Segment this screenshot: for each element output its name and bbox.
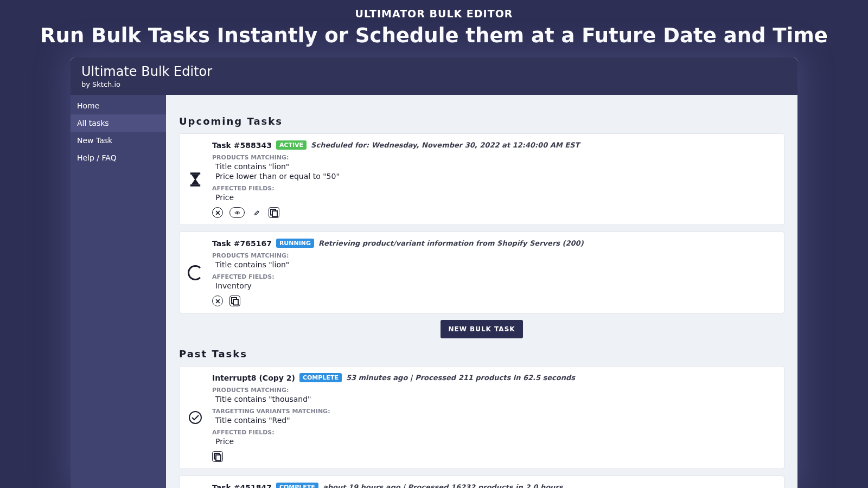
hourglass-icon: [186, 140, 205, 218]
task-status: about 19 hours ago | Processed 16232 pro…: [323, 483, 563, 488]
match-rule: Title contains "thousand": [215, 395, 775, 403]
sidebar-item-new-task[interactable]: New Task: [71, 132, 166, 149]
sidebar-item-home[interactable]: Home: [71, 97, 166, 114]
app-byline: by Sktch.io: [81, 80, 787, 88]
affected-fields-label: AFFECTED FIELDS:: [212, 185, 775, 192]
sidebar-item-all-tasks[interactable]: All tasks: [71, 114, 166, 132]
view-icon[interactable]: [229, 207, 245, 218]
task-card: Task #451847 COMPLETE about 19 hours ago…: [179, 476, 784, 488]
status-badge: COMPLETE: [299, 373, 342, 382]
promo-title: ULTIMATOR BULK EDITOR: [0, 0, 868, 22]
app-window: Ultimate Bulk Editor by Sktch.io Home Al…: [71, 57, 797, 488]
svg-point-4: [237, 212, 238, 214]
loading-icon: [186, 239, 205, 306]
status-badge: ACTIVE: [276, 140, 307, 150]
main-content: Upcoming Tasks Task #588343 ACTIVE Sched…: [166, 95, 797, 488]
products-matching-label: PRODUCTS MATCHING:: [212, 387, 775, 394]
svg-rect-13: [216, 455, 221, 461]
variant-rule: Title contains "Red": [215, 416, 775, 425]
affected-field: Inventory: [215, 281, 775, 290]
task-card: Interrupt8 (Copy 2) COMPLETE 53 minutes …: [179, 366, 784, 469]
task-status: 53 minutes ago | Processed 211 products …: [346, 374, 575, 382]
section-upcoming-title: Upcoming Tasks: [179, 115, 784, 127]
sidebar: Home All tasks New Task Help / FAQ: [71, 95, 166, 488]
task-card: Task #765167 RUNNING Retrieving product/…: [179, 232, 784, 313]
affected-fields-label: AFFECTED FIELDS:: [212, 429, 775, 436]
svg-rect-0: [190, 172, 200, 175]
svg-rect-10: [233, 299, 238, 305]
task-title: Task #451847: [212, 483, 272, 489]
cancel-icon[interactable]: [212, 207, 223, 218]
match-rule: Title contains "lion": [215, 260, 775, 269]
status-badge: COMPLETE: [276, 483, 318, 488]
cancel-icon[interactable]: [212, 296, 223, 306]
task-title: Task #765167: [212, 239, 272, 248]
sidebar-item-help[interactable]: Help / FAQ: [71, 149, 166, 166]
affected-fields-label: AFFECTED FIELDS:: [212, 273, 775, 280]
status-badge: RUNNING: [276, 239, 314, 248]
app-header: Ultimate Bulk Editor by Sktch.io: [71, 57, 797, 95]
products-matching-label: PRODUCTS MATCHING:: [212, 154, 775, 161]
copy-icon[interactable]: [212, 451, 223, 462]
affected-field: Price: [215, 437, 775, 446]
match-rule: Title contains "lion": [215, 162, 775, 171]
affected-field: Price: [215, 193, 775, 202]
products-matching-label: PRODUCTS MATCHING:: [212, 252, 775, 259]
check-circle-icon: [186, 373, 205, 462]
task-title: Task #588343: [212, 141, 272, 150]
brand-link[interactable]: Sktch.io: [92, 80, 120, 88]
svg-point-11: [189, 412, 201, 423]
variants-matching-label: TARGETTING VARIANTS MATCHING:: [212, 408, 775, 415]
task-status: Scheduled for: Wednesday, November 30, 2…: [311, 141, 579, 149]
copy-icon[interactable]: [269, 207, 279, 218]
task-status: Retrieving product/variant information f…: [318, 239, 584, 247]
task-card: Task #588343 ACTIVE Scheduled for: Wedne…: [179, 133, 784, 225]
task-title: Interrupt8 (Copy 2): [212, 374, 295, 382]
svg-rect-6: [272, 211, 277, 217]
match-rule: Price lower than or equal to "50": [215, 172, 775, 181]
app-title: Ultimate Bulk Editor: [81, 64, 787, 79]
new-bulk-task-button[interactable]: NEW BULK TASK: [441, 320, 522, 338]
svg-rect-1: [190, 184, 200, 187]
promo-subtitle: Run Bulk Tasks Instantly or Schedule the…: [0, 22, 868, 50]
edit-icon[interactable]: [251, 207, 262, 218]
copy-icon[interactable]: [229, 296, 240, 306]
section-past-title: Past Tasks: [179, 348, 784, 359]
check-circle-icon: [186, 483, 205, 488]
